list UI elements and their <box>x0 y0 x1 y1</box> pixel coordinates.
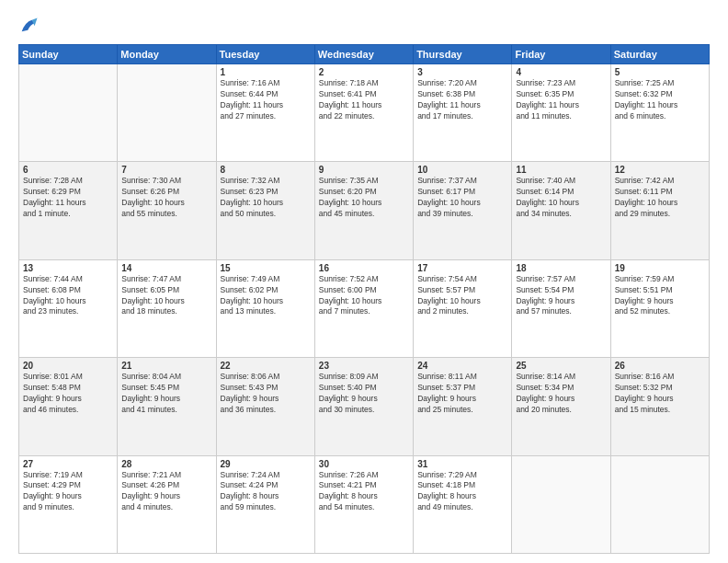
calendar-cell: 15Sunrise: 7:49 AM Sunset: 6:02 PM Dayli… <box>216 259 314 357</box>
weekday-header-sunday: Sunday <box>19 45 118 64</box>
day-info: Sunrise: 7:25 AM Sunset: 6:32 PM Dayligh… <box>615 78 705 122</box>
day-number: 20 <box>23 361 113 371</box>
weekday-header-friday: Friday <box>512 45 610 64</box>
day-number: 13 <box>23 263 113 273</box>
calendar-cell <box>610 455 709 553</box>
day-number: 30 <box>319 459 409 469</box>
day-info: Sunrise: 7:32 AM Sunset: 6:23 PM Dayligh… <box>221 176 311 220</box>
calendar-cell: 19Sunrise: 7:59 AM Sunset: 5:51 PM Dayli… <box>610 259 709 357</box>
day-info: Sunrise: 7:19 AM Sunset: 4:29 PM Dayligh… <box>23 470 113 514</box>
calendar-cell <box>512 455 610 553</box>
day-info: Sunrise: 7:16 AM Sunset: 6:44 PM Dayligh… <box>221 78 311 122</box>
day-info: Sunrise: 7:29 AM Sunset: 4:18 PM Dayligh… <box>417 470 507 514</box>
day-number: 16 <box>319 263 409 273</box>
calendar-cell: 24Sunrise: 8:11 AM Sunset: 5:37 PM Dayli… <box>414 358 512 455</box>
calendar-cell: 25Sunrise: 8:14 AM Sunset: 5:34 PM Dayli… <box>512 358 610 455</box>
day-info: Sunrise: 8:01 AM Sunset: 5:48 PM Dayligh… <box>23 372 113 416</box>
calendar-cell: 17Sunrise: 7:54 AM Sunset: 5:57 PM Dayli… <box>414 259 512 357</box>
calendar-cell: 11Sunrise: 7:40 AM Sunset: 6:14 PM Dayli… <box>512 162 610 259</box>
day-info: Sunrise: 7:57 AM Sunset: 5:54 PM Dayligh… <box>516 274 606 318</box>
weekday-header-saturday: Saturday <box>610 45 709 64</box>
day-number: 21 <box>121 361 211 371</box>
calendar-cell: 23Sunrise: 8:09 AM Sunset: 5:40 PM Dayli… <box>314 358 413 455</box>
calendar-cell: 9Sunrise: 7:35 AM Sunset: 6:20 PM Daylig… <box>314 162 413 259</box>
day-info: Sunrise: 7:59 AM Sunset: 5:51 PM Dayligh… <box>615 274 705 318</box>
weekday-header-tuesday: Tuesday <box>216 45 314 64</box>
day-info: Sunrise: 7:26 AM Sunset: 4:21 PM Dayligh… <box>319 470 409 514</box>
day-info: Sunrise: 7:21 AM Sunset: 4:26 PM Dayligh… <box>121 470 211 514</box>
day-number: 27 <box>23 459 113 469</box>
week-row-5: 27Sunrise: 7:19 AM Sunset: 4:29 PM Dayli… <box>19 455 710 553</box>
day-info: Sunrise: 7:20 AM Sunset: 6:38 PM Dayligh… <box>417 78 507 122</box>
day-info: Sunrise: 7:35 AM Sunset: 6:20 PM Dayligh… <box>319 176 409 220</box>
day-info: Sunrise: 7:28 AM Sunset: 6:29 PM Dayligh… <box>23 176 113 220</box>
day-info: Sunrise: 7:24 AM Sunset: 4:24 PM Dayligh… <box>221 470 311 514</box>
calendar-cell: 27Sunrise: 7:19 AM Sunset: 4:29 PM Dayli… <box>19 455 118 553</box>
logo <box>18 17 40 37</box>
day-info: Sunrise: 7:40 AM Sunset: 6:14 PM Dayligh… <box>516 176 606 220</box>
calendar-cell: 21Sunrise: 8:04 AM Sunset: 5:45 PM Dayli… <box>118 358 216 455</box>
logo-icon <box>18 17 39 37</box>
day-number: 15 <box>221 263 311 273</box>
calendar-cell: 26Sunrise: 8:16 AM Sunset: 5:32 PM Dayli… <box>610 358 709 455</box>
day-number: 25 <box>516 361 606 371</box>
calendar-cell <box>118 64 216 162</box>
day-number: 24 <box>417 361 507 371</box>
day-info: Sunrise: 8:11 AM Sunset: 5:37 PM Dayligh… <box>417 372 507 416</box>
day-number: 11 <box>516 165 606 175</box>
day-number: 5 <box>615 67 705 77</box>
day-number: 17 <box>417 263 507 273</box>
day-info: Sunrise: 7:44 AM Sunset: 6:08 PM Dayligh… <box>23 274 113 318</box>
day-info: Sunrise: 7:37 AM Sunset: 6:17 PM Dayligh… <box>417 176 507 220</box>
day-number: 10 <box>417 165 507 175</box>
weekday-header-row: SundayMondayTuesdayWednesdayThursdayFrid… <box>19 45 710 64</box>
calendar-cell: 22Sunrise: 8:06 AM Sunset: 5:43 PM Dayli… <box>216 358 314 455</box>
day-info: Sunrise: 7:52 AM Sunset: 6:00 PM Dayligh… <box>319 274 409 318</box>
day-number: 28 <box>121 459 211 469</box>
week-row-4: 20Sunrise: 8:01 AM Sunset: 5:48 PM Dayli… <box>19 358 710 455</box>
day-info: Sunrise: 8:09 AM Sunset: 5:40 PM Dayligh… <box>319 372 409 416</box>
day-number: 3 <box>417 67 507 77</box>
calendar-cell: 7Sunrise: 7:30 AM Sunset: 6:26 PM Daylig… <box>118 162 216 259</box>
day-number: 2 <box>319 67 409 77</box>
calendar-cell: 12Sunrise: 7:42 AM Sunset: 6:11 PM Dayli… <box>610 162 709 259</box>
calendar-cell: 10Sunrise: 7:37 AM Sunset: 6:17 PM Dayli… <box>414 162 512 259</box>
day-info: Sunrise: 7:47 AM Sunset: 6:05 PM Dayligh… <box>121 274 211 318</box>
calendar-cell: 20Sunrise: 8:01 AM Sunset: 5:48 PM Dayli… <box>19 358 118 455</box>
week-row-1: 1Sunrise: 7:16 AM Sunset: 6:44 PM Daylig… <box>19 64 710 162</box>
day-info: Sunrise: 8:16 AM Sunset: 5:32 PM Dayligh… <box>615 372 705 416</box>
week-row-2: 6Sunrise: 7:28 AM Sunset: 6:29 PM Daylig… <box>19 162 710 259</box>
day-info: Sunrise: 8:06 AM Sunset: 5:43 PM Dayligh… <box>221 372 311 416</box>
day-number: 1 <box>221 67 311 77</box>
day-number: 23 <box>319 361 409 371</box>
day-number: 19 <box>615 263 705 273</box>
calendar-cell: 3Sunrise: 7:20 AM Sunset: 6:38 PM Daylig… <box>414 64 512 162</box>
day-info: Sunrise: 7:30 AM Sunset: 6:26 PM Dayligh… <box>121 176 211 220</box>
day-number: 26 <box>615 361 705 371</box>
day-number: 9 <box>319 165 409 175</box>
calendar-cell: 31Sunrise: 7:29 AM Sunset: 4:18 PM Dayli… <box>414 455 512 553</box>
calendar-cell <box>19 64 118 162</box>
calendar-cell: 8Sunrise: 7:32 AM Sunset: 6:23 PM Daylig… <box>216 162 314 259</box>
day-number: 22 <box>221 361 311 371</box>
weekday-header-monday: Monday <box>118 45 216 64</box>
day-info: Sunrise: 7:49 AM Sunset: 6:02 PM Dayligh… <box>221 274 311 318</box>
day-number: 7 <box>121 165 211 175</box>
calendar-cell: 14Sunrise: 7:47 AM Sunset: 6:05 PM Dayli… <box>118 259 216 357</box>
day-number: 12 <box>615 165 705 175</box>
calendar-cell: 1Sunrise: 7:16 AM Sunset: 6:44 PM Daylig… <box>216 64 314 162</box>
calendar-cell: 18Sunrise: 7:57 AM Sunset: 5:54 PM Dayli… <box>512 259 610 357</box>
day-info: Sunrise: 7:18 AM Sunset: 6:41 PM Dayligh… <box>319 78 409 122</box>
calendar-cell: 4Sunrise: 7:23 AM Sunset: 6:35 PM Daylig… <box>512 64 610 162</box>
day-info: Sunrise: 7:23 AM Sunset: 6:35 PM Dayligh… <box>516 78 606 122</box>
calendar-cell: 16Sunrise: 7:52 AM Sunset: 6:00 PM Dayli… <box>314 259 413 357</box>
calendar-cell: 28Sunrise: 7:21 AM Sunset: 4:26 PM Dayli… <box>118 455 216 553</box>
calendar-cell: 30Sunrise: 7:26 AM Sunset: 4:21 PM Dayli… <box>314 455 413 553</box>
calendar-cell: 5Sunrise: 7:25 AM Sunset: 6:32 PM Daylig… <box>610 64 709 162</box>
day-number: 8 <box>221 165 311 175</box>
calendar-cell: 13Sunrise: 7:44 AM Sunset: 6:08 PM Dayli… <box>19 259 118 357</box>
calendar-cell: 2Sunrise: 7:18 AM Sunset: 6:41 PM Daylig… <box>314 64 413 162</box>
weekday-header-wednesday: Wednesday <box>314 45 413 64</box>
calendar-cell: 29Sunrise: 7:24 AM Sunset: 4:24 PM Dayli… <box>216 455 314 553</box>
day-number: 4 <box>516 67 606 77</box>
